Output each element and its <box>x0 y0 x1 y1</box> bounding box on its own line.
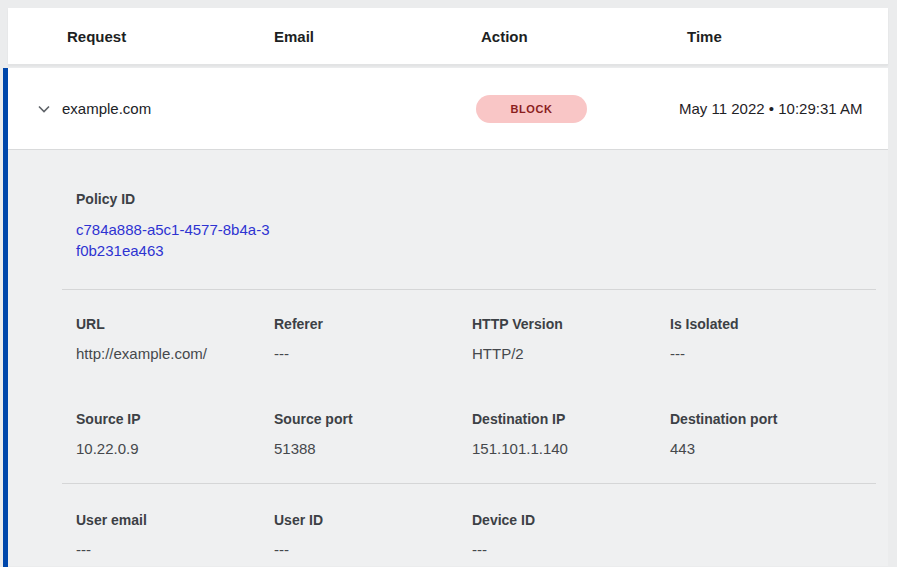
field-source-port-label: Source port <box>274 412 472 426</box>
column-header-action: Action <box>481 28 687 45</box>
column-header-time: Time <box>687 28 888 45</box>
field-source-ip: Source IP 10.22.0.9 <box>76 412 274 456</box>
field-url-value: http://example.com/ <box>76 346 274 361</box>
field-destination-ip-value: 151.101.1.140 <box>472 441 670 456</box>
divider <box>62 289 876 290</box>
field-destination-port: Destination port 443 <box>670 412 868 456</box>
policy-id-link[interactable]: c784a888-a5c1-4577-8b4a-3f0b231ea463 <box>76 219 272 261</box>
policy-id-label: Policy ID <box>76 192 888 206</box>
detail-row-network: Source IP 10.22.0.9 Source port 51388 De… <box>8 412 888 483</box>
field-device-id: Device ID --- <box>472 513 670 557</box>
table-row[interactable]: example.com BLOCK May 11 2022 • 10:29:31… <box>8 68 888 150</box>
field-source-ip-value: 10.22.0.9 <box>76 441 274 456</box>
field-device-id-value: --- <box>472 542 670 557</box>
chevron-down-icon[interactable] <box>34 99 54 119</box>
field-http-version-label: HTTP Version <box>472 317 670 331</box>
field-user-id: User ID --- <box>274 513 472 557</box>
detail-panel: Policy ID c784a888-a5c1-4577-8b4a-3f0b23… <box>8 150 888 566</box>
row-action: BLOCK <box>476 95 679 123</box>
field-referer-label: Referer <box>274 317 472 331</box>
field-user-email: User email --- <box>76 513 274 557</box>
field-user-id-value: --- <box>274 542 472 557</box>
field-is-isolated-value: --- <box>670 346 868 361</box>
field-destination-port-value: 443 <box>670 441 868 456</box>
log-table: Request Email Action Time example.com BL… <box>0 0 897 567</box>
field-destination-ip-label: Destination IP <box>472 412 670 426</box>
divider <box>62 483 876 484</box>
row-time: May 11 2022 • 10:29:31 AM <box>679 97 864 121</box>
field-source-ip-label: Source IP <box>76 412 274 426</box>
field-destination-ip: Destination IP 151.101.1.140 <box>472 412 670 456</box>
field-empty <box>670 513 868 557</box>
field-user-id-label: User ID <box>274 513 472 527</box>
column-header-email: Email <box>274 28 481 45</box>
action-badge-block: BLOCK <box>476 95 587 123</box>
field-is-isolated: Is Isolated --- <box>670 317 868 361</box>
field-url: URL http://example.com/ <box>76 317 274 361</box>
field-source-port: Source port 51388 <box>274 412 472 456</box>
detail-row-user: User email --- User ID --- Device ID --- <box>8 513 888 557</box>
expanded-row-section: example.com BLOCK May 11 2022 • 10:29:31… <box>3 68 888 567</box>
field-is-isolated-label: Is Isolated <box>670 317 868 331</box>
field-user-email-label: User email <box>76 513 274 527</box>
field-device-id-label: Device ID <box>472 513 670 527</box>
table-header-row: Request Email Action Time <box>8 8 888 65</box>
field-referer: Referer --- <box>274 317 472 361</box>
field-source-port-value: 51388 <box>274 441 472 456</box>
field-url-label: URL <box>76 317 274 331</box>
field-http-version: HTTP Version HTTP/2 <box>472 317 670 361</box>
row-request: example.com <box>62 100 476 117</box>
field-referer-value: --- <box>274 346 472 361</box>
field-user-email-value: --- <box>76 542 274 557</box>
detail-row-http: URL http://example.com/ Referer --- HTTP… <box>8 317 888 361</box>
policy-id-section: Policy ID c784a888-a5c1-4577-8b4a-3f0b23… <box>8 150 888 289</box>
column-header-request: Request <box>67 28 274 45</box>
field-destination-port-label: Destination port <box>670 412 868 426</box>
field-http-version-value: HTTP/2 <box>472 346 670 361</box>
